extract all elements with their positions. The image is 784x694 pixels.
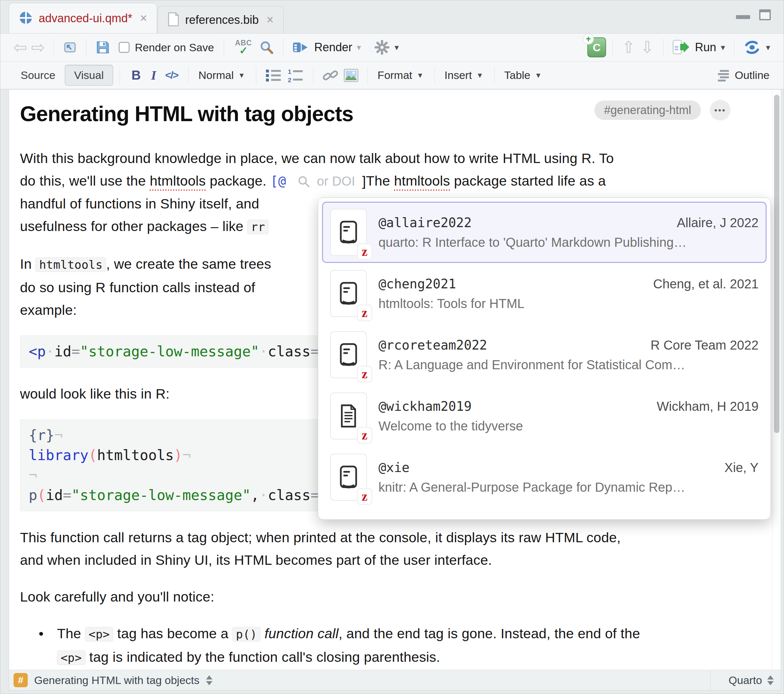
- outline-label: Outline: [735, 69, 769, 82]
- section-chooser-icon: [206, 675, 212, 685]
- italic-button[interactable]: I: [146, 67, 161, 83]
- zotero-badge-icon: z: [358, 489, 371, 504]
- text-segment: The: [57, 626, 85, 641]
- separator: [494, 67, 494, 84]
- file-icon: [168, 12, 179, 28]
- text-line: and when included in Shiny UI, its HTML …: [20, 549, 768, 571]
- find-replace-icon[interactable]: [257, 40, 277, 55]
- text-segment: handful of functions in Shiny itself, an…: [20, 196, 259, 211]
- render-on-save-label: Render on Save: [135, 41, 214, 54]
- tab-label: references.bib: [185, 13, 259, 27]
- render-options-caret-icon[interactable]: ▾: [357, 43, 361, 53]
- bullet-list-icon[interactable]: [263, 68, 285, 82]
- text-segment: "storage-low-message": [71, 487, 250, 503]
- checkbox-box[interactable]: [119, 42, 130, 53]
- document-mode-selector[interactable]: Quarto: [710, 670, 781, 690]
- separator: [435, 67, 435, 84]
- insert-menu-label: Insert: [445, 69, 472, 82]
- separator: [367, 67, 368, 84]
- code-format-button[interactable]: </>: [161, 69, 182, 81]
- insert-chunk-icon[interactable]: C +: [587, 37, 606, 58]
- text-segment: ): [174, 447, 183, 463]
- rerun-options-caret-icon[interactable]: ▾: [766, 43, 770, 53]
- citation-text: @xieXie, Yknitr: A General-Purpose Packa…: [379, 460, 759, 495]
- rerun-source-icon[interactable]: [741, 40, 763, 54]
- check-icon: ✓: [239, 45, 248, 56]
- tab-references-bib[interactable]: references.bib ×: [158, 6, 283, 33]
- maximize-pane-icon[interactable]: [759, 9, 771, 20]
- pane-window-controls: [736, 9, 771, 20]
- visual-mode-button[interactable]: Visual: [65, 65, 113, 86]
- citation-item[interactable]: z@rcoreteam2022R Core Team 2022R: A Lang…: [322, 324, 767, 385]
- editor-pane: Generating HTML with tag objects #genera…: [9, 89, 781, 691]
- citation-author: Cheng, et al. 2021: [653, 277, 759, 291]
- save-icon[interactable]: [93, 40, 113, 55]
- quarto-file-icon: [19, 11, 33, 26]
- render-icon[interactable]: [290, 40, 312, 54]
- link-icon[interactable]: [320, 68, 341, 82]
- text-line: With this background knowledge in place,…: [20, 147, 768, 169]
- back-icon[interactable]: ⇦: [11, 39, 29, 56]
- citation-item[interactable]: z@wickham2019Wickham, H 2019Welcome to t…: [322, 385, 767, 447]
- separator: [86, 39, 86, 56]
- source-mode-button[interactable]: Source: [11, 65, 65, 86]
- vertical-scrollbar[interactable]: [774, 95, 779, 433]
- close-tab-icon[interactable]: ×: [138, 11, 147, 25]
- inline-code-span: rr: [247, 220, 268, 234]
- block-options-button[interactable]: •••: [710, 100, 730, 120]
- editor-tab-bar: advanced-ui.qmd* × references.bib ×: [9, 3, 775, 33]
- next-chunk-icon[interactable]: ⇩: [638, 39, 657, 56]
- text-segment: ·: [46, 343, 54, 360]
- current-section-label: Generating HTML with tag objects: [34, 674, 199, 687]
- text-segment: id: [46, 487, 63, 503]
- render-button[interactable]: Render: [314, 41, 352, 54]
- text-segment: , we create the same trees: [106, 256, 271, 271]
- citation-item[interactable]: z@allaire2022Allaire, J 2022quarto: R In…: [322, 202, 767, 263]
- image-icon[interactable]: [341, 69, 361, 82]
- run-options-caret-icon[interactable]: ▾: [721, 43, 725, 53]
- citation-item[interactable]: z@cheng2021Cheng, et al. 2021htmltools: …: [322, 263, 767, 324]
- spellcheck-icon[interactable]: ABC ✓: [235, 39, 252, 56]
- numbered-list-icon[interactable]: 12: [285, 68, 306, 82]
- tab-label: advanced-ui.qmd*: [39, 12, 132, 25]
- citation-item[interactable]: z@xieXie, Yknitr: A General-Purpose Pack…: [322, 447, 767, 508]
- text-segment: class: [268, 343, 310, 360]
- zotero-badge-icon: z: [358, 244, 371, 259]
- citation-key: @cheng2021: [379, 276, 456, 291]
- table-menu[interactable]: Table ▾: [501, 69, 546, 82]
- text-segment: The: [366, 173, 394, 189]
- gear-icon[interactable]: [372, 40, 392, 55]
- open-in-new-window-icon[interactable]: [60, 41, 80, 54]
- citation-title: htmltools: Tools for HTML: [379, 296, 759, 311]
- separator: [188, 67, 189, 84]
- visual-editor-content[interactable]: Generating HTML with tag objects #genera…: [9, 90, 781, 670]
- run-button[interactable]: Run: [695, 41, 716, 54]
- zotero-badge-icon: z: [358, 367, 371, 382]
- citation-text: @wickham2019Wickham, H 2019Welcome to th…: [379, 399, 759, 433]
- section-navigation-selector[interactable]: # Generating HTML with tag objects: [9, 670, 710, 690]
- citation-input[interactable]: [@ or DOI ]: [270, 170, 366, 192]
- paragraph-style-dropdown[interactable]: Normal ▾: [195, 69, 250, 82]
- tab-advanced-ui-qmd[interactable]: advanced-ui.qmd* ×: [9, 3, 157, 33]
- citation-placeholder: or DOI: [313, 170, 359, 192]
- outline-toggle[interactable]: Outline: [717, 69, 773, 82]
- gear-options-caret-icon[interactable]: ▾: [395, 43, 399, 53]
- format-menu[interactable]: Format ▾: [374, 69, 428, 82]
- close-tab-icon[interactable]: ×: [265, 13, 274, 27]
- previous-chunk-icon[interactable]: ⇧: [619, 39, 638, 56]
- bold-button[interactable]: B: [126, 68, 146, 82]
- text-segment: ¬: [29, 467, 37, 483]
- outline-icon: [717, 69, 730, 82]
- run-icon[interactable]: [670, 39, 693, 55]
- insert-menu[interactable]: Insert ▾: [441, 69, 488, 82]
- render-on-save-checkbox[interactable]: Render on Save: [119, 41, 214, 54]
- book-icon: z: [330, 270, 367, 317]
- text-segment: =: [71, 343, 80, 360]
- text-segment: With this background knowledge in place,…: [20, 150, 614, 166]
- text-segment: ,: [251, 487, 260, 503]
- text-segment: and when included in Shiny UI, its HTML …: [20, 552, 492, 568]
- misspelled-word: htmltools: [150, 173, 206, 189]
- text-segment: do this, we'll use the: [20, 173, 150, 189]
- forward-icon[interactable]: ⇨: [29, 39, 48, 56]
- minimize-pane-icon[interactable]: [736, 15, 750, 19]
